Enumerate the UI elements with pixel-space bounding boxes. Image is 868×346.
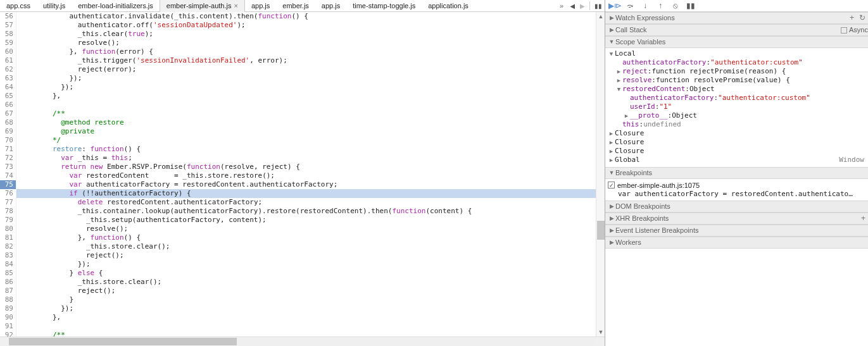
code-line[interactable]: reject(error); <box>16 65 605 74</box>
scroll-down-arrow[interactable]: ▼ <box>596 328 605 337</box>
expand-icon[interactable]: ▶ <box>608 24 615 36</box>
workers-header[interactable]: ▶ Workers <box>605 237 868 249</box>
tabs-overflow-icon[interactable]: » <box>556 2 567 9</box>
code-line[interactable]: _this.setup(authenticatorFactory, conten… <box>16 216 605 225</box>
line-number[interactable]: 57 <box>0 21 16 30</box>
expand-icon[interactable]: ▶ <box>608 213 615 225</box>
line-number[interactable]: 56 <box>0 12 16 21</box>
code-line[interactable]: restore: function() { <box>16 145 605 154</box>
line-number[interactable]: 81 <box>0 233 16 242</box>
line-number[interactable]: 82 <box>0 242 16 251</box>
line-number[interactable]: 58 <box>0 30 16 39</box>
line-number[interactable]: 85 <box>0 269 16 278</box>
line-number[interactable]: 86 <box>0 278 16 287</box>
line-number[interactable]: 70 <box>0 136 16 145</box>
xhr-bp-header[interactable]: ▶ XHR Breakpoints + <box>605 213 868 225</box>
scope-header[interactable]: ▼ Scope Variables <box>605 36 868 48</box>
line-number[interactable]: 88 <box>0 295 16 304</box>
line-number[interactable]: 80 <box>0 225 16 233</box>
code-line[interactable]: var restoredContent = _this.store.restor… <box>16 171 605 180</box>
scope-closure[interactable]: ▶Closure <box>605 129 868 138</box>
scope-closure[interactable]: ▶Closure <box>605 147 868 156</box>
breakpoint-item[interactable]: ✓ ember-simple-auth.js:1075 <box>608 180 865 190</box>
code-line[interactable]: var _this = this; <box>16 154 605 163</box>
event-bp-header[interactable]: ▶ Event Listener Breakpoints <box>605 225 868 237</box>
code-line[interactable]: resolve(); <box>16 39 605 47</box>
line-number[interactable]: 91 <box>0 322 16 331</box>
scope-var[interactable]: userId: "1" <box>605 102 868 111</box>
pause-icon[interactable]: ▮▮ <box>592 3 605 9</box>
async-checkbox[interactable]: Async <box>841 24 868 36</box>
step-out-icon[interactable]: ↑ <box>655 1 666 10</box>
expand-icon[interactable]: ▶ <box>608 225 615 237</box>
code-line[interactable] <box>16 322 605 331</box>
line-number[interactable]: 62 <box>0 65 16 74</box>
breakpoint-checkbox[interactable]: ✓ <box>608 182 615 188</box>
line-number[interactable]: 84 <box>0 260 16 269</box>
line-number[interactable]: 74 <box>0 171 16 180</box>
line-number[interactable]: 72 <box>0 154 16 163</box>
code-line[interactable]: reject(); <box>16 251 605 260</box>
scope-var[interactable]: ▶reject: function rejectPromise(reason) … <box>605 67 868 76</box>
code-line[interactable] <box>16 101 605 109</box>
resume-icon[interactable]: ▶⧐ <box>609 1 620 10</box>
code-line[interactable]: }, <box>16 313 605 322</box>
line-number[interactable]: 69 <box>0 127 16 136</box>
line-number[interactable]: 75 <box>0 180 16 189</box>
deactivate-bp-icon[interactable]: ⦸ <box>670 1 681 10</box>
tab-application-js[interactable]: application.js <box>422 0 475 12</box>
code-line[interactable]: return new Ember.RSVP.Promise(function(r… <box>16 163 605 171</box>
scope-global[interactable]: ▶GlobalWindow <box>605 156 868 164</box>
code-line[interactable]: _this.store.clear(); <box>16 278 605 287</box>
tab-ember-simple-auth-js[interactable]: ember-simple-auth.js× <box>160 0 245 12</box>
watch-header[interactable]: ▶ Watch Expressions + ↻ <box>605 12 868 24</box>
line-number[interactable]: 65 <box>0 92 16 101</box>
refresh-watch-icon[interactable]: ↻ <box>857 12 868 24</box>
tab-app-js[interactable]: app.js <box>245 0 276 12</box>
expand-icon[interactable]: ▶ <box>608 237 615 249</box>
scope-var[interactable]: authenticatorFactory: "authenticator:cus… <box>605 58 868 67</box>
code-line[interactable]: }, <box>16 92 605 101</box>
line-number[interactable]: 92 <box>0 331 16 337</box>
code-line[interactable]: } <box>16 295 605 304</box>
code-line[interactable]: */ <box>16 136 605 145</box>
line-number[interactable]: 89 <box>0 304 16 313</box>
expand-icon[interactable]: ▶ <box>608 12 615 24</box>
code-line[interactable]: _this.trigger('sessionInvalidationFailed… <box>16 56 605 65</box>
line-number[interactable]: 78 <box>0 207 16 216</box>
line-number[interactable]: 64 <box>0 83 16 92</box>
scroll-up-arrow[interactable]: ▲ <box>596 12 605 21</box>
code-line[interactable]: @method restore <box>16 118 605 127</box>
code-line[interactable]: reject(); <box>16 287 605 295</box>
code-line[interactable]: }, function(error) { <box>16 47 605 56</box>
line-number[interactable]: 71 <box>0 145 16 154</box>
tab-ember-load-initializers-js[interactable]: ember-load-initializers.js <box>72 0 160 12</box>
vertical-scrollbar[interactable]: ▲ ▼ <box>596 12 605 337</box>
line-number[interactable]: 66 <box>0 101 16 109</box>
line-number[interactable]: 73 <box>0 163 16 171</box>
scope-var[interactable]: ▶__proto__: Object <box>605 111 868 120</box>
tab-time-stamp-toggle-js[interactable]: time-stamp-toggle.js <box>346 0 422 12</box>
code-line[interactable]: }); <box>16 304 605 313</box>
scope-closure[interactable]: ▶Closure <box>605 138 868 147</box>
code-line[interactable]: _this.clear(true); <box>16 30 605 39</box>
scope-var[interactable]: ▼restoredContent: Object <box>605 85 868 94</box>
code-line[interactable]: } else { <box>16 269 605 278</box>
code-line[interactable]: }); <box>16 260 605 269</box>
line-number[interactable]: 60 <box>0 47 16 56</box>
code-line[interactable]: _this.container.lookup(authenticatorFact… <box>16 207 605 216</box>
step-over-icon[interactable]: ⤼ <box>624 1 636 10</box>
code-line[interactable]: /** <box>16 331 605 337</box>
scope-var[interactable]: ▶resolve: function resolvePromise(value)… <box>605 76 868 85</box>
tab-ember-js[interactable]: ember.js <box>276 0 315 12</box>
tab-utility-js[interactable]: utility.js <box>37 0 72 12</box>
code-line[interactable]: }, function() { <box>16 233 605 242</box>
code-content[interactable]: authenticator.invalidate(_this.content).… <box>16 12 605 337</box>
add-xhr-bp-icon[interactable]: + <box>859 213 868 225</box>
callstack-header[interactable]: ▶ Call Stack Async <box>605 24 868 36</box>
line-number[interactable]: 59 <box>0 39 16 47</box>
collapse-icon[interactable]: ▼ <box>608 36 615 48</box>
horizontal-scrollbar[interactable] <box>0 337 605 346</box>
code-line[interactable]: }); <box>16 74 605 83</box>
line-number[interactable]: 87 <box>0 287 16 295</box>
